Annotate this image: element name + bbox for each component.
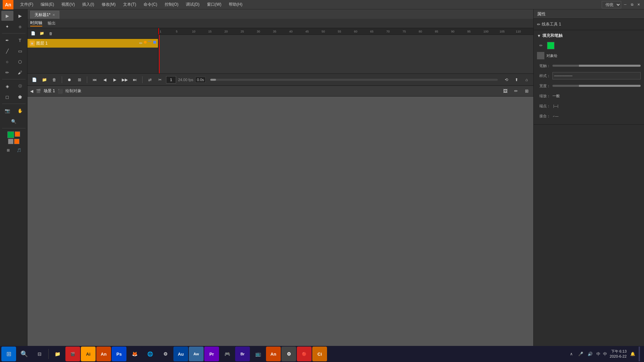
zoom-in-btn[interactable]: ⟲ xyxy=(502,76,511,84)
menu-insert[interactable]: 插入(I) xyxy=(79,0,97,9)
taskbar-app-media[interactable]: 📺 xyxy=(251,347,265,361)
menu-view[interactable]: 视图(V) xyxy=(58,0,78,9)
fit-btn[interactable]: ⌂ xyxy=(523,76,531,84)
tool-subselect[interactable]: ▶ xyxy=(14,11,26,21)
output-tab[interactable]: 输出 xyxy=(48,20,56,26)
layer-pencil-icon[interactable]: ✏ xyxy=(139,41,143,46)
taskbar-app-ci[interactable]: Ci xyxy=(312,347,327,361)
taskview-button[interactable]: ⊟ xyxy=(32,347,47,361)
tool-camera[interactable]: 📷 xyxy=(1,106,13,116)
tool-pencil[interactable]: ✏ xyxy=(1,67,13,77)
tool-eraser[interactable]: ◻ xyxy=(1,92,13,102)
menu-window[interactable]: 窗口(W) xyxy=(204,0,225,9)
taskbar-app-photoshop[interactable]: Ps xyxy=(112,347,126,361)
tool-eyedropper[interactable]: ⦾ xyxy=(14,81,26,91)
layer-visibility-dot[interactable] xyxy=(144,41,147,44)
onion-skin-btn[interactable]: ⊞ xyxy=(75,76,84,84)
zoom-out-btn[interactable]: ⬆ xyxy=(513,76,521,84)
stroke-slider[interactable] xyxy=(552,65,641,67)
play-btn[interactable]: ▶ xyxy=(111,76,119,84)
tool-paint-bucket[interactable]: ◈ xyxy=(1,81,13,91)
join-icon[interactable]: ⌐— xyxy=(552,113,559,119)
tab-close-button[interactable]: ✕ xyxy=(52,13,55,17)
layer-frame-marker[interactable] xyxy=(153,41,156,44)
timeline-tab[interactable]: 时间轴 xyxy=(30,20,42,26)
notification-icon[interactable]: 🔔 xyxy=(629,351,636,357)
taskbar-app-settings2[interactable]: ⚙ xyxy=(281,347,296,361)
start-button[interactable]: ⊞ xyxy=(1,347,16,361)
object-fill-swatch[interactable] xyxy=(537,52,544,59)
search-button[interactable]: 🔍 xyxy=(17,347,32,361)
menu-edit[interactable]: 编辑(E) xyxy=(37,0,57,9)
taskbar-app-an-old[interactable]: 🎬 xyxy=(65,347,80,361)
tool-oval[interactable]: ○ xyxy=(1,57,13,67)
taskbar-app-browser[interactable]: 🌐 xyxy=(143,347,157,361)
taskbar-app-bridge[interactable]: Br xyxy=(235,347,250,361)
menu-file[interactable]: 文件(F) xyxy=(17,0,37,9)
stage-icon-3[interactable]: ⊞ xyxy=(523,87,531,95)
tool-brush[interactable]: 🖌 xyxy=(14,67,26,77)
endpoint-icon[interactable]: |—| xyxy=(552,103,559,109)
new-layer-btn[interactable]: 📄 xyxy=(30,30,37,37)
tool-hand[interactable]: ✋ xyxy=(14,106,26,116)
tool-poly[interactable]: ⬡ xyxy=(14,57,26,67)
clip-btn[interactable]: ✂ xyxy=(156,76,164,84)
stroke-color-box[interactable] xyxy=(7,131,14,138)
menu-help[interactable]: 帮助(H) xyxy=(225,0,246,9)
width-slider[interactable] xyxy=(552,85,641,87)
layer-name[interactable]: 图层 1 xyxy=(36,41,138,46)
stroke-color-box2[interactable] xyxy=(8,139,13,144)
tool-zoom[interactable]: 🔍 xyxy=(8,116,20,126)
style-select[interactable]: ─────── xyxy=(552,72,641,79)
workspace-select[interactable]: 传统 xyxy=(602,1,621,8)
tool-magnet[interactable]: 🎵 xyxy=(14,146,24,154)
frame-input[interactable] xyxy=(166,76,176,83)
scene-name[interactable]: 场景 1 xyxy=(44,88,55,94)
menu-command[interactable]: 命令(C) xyxy=(140,0,161,9)
document-tab[interactable]: 无标题1* ✕ xyxy=(30,11,59,19)
tool-transform[interactable]: ✦ xyxy=(1,21,13,32)
step-fwd-btn[interactable]: ▶▶ xyxy=(121,76,129,84)
menu-control[interactable]: 控制(O) xyxy=(161,0,182,9)
taskbar-app-premiere[interactable]: Pr xyxy=(204,347,219,361)
new-layer-pb[interactable]: 📄 xyxy=(30,76,38,84)
tool-rect[interactable]: ▭ xyxy=(14,46,26,56)
tool-text[interactable]: T xyxy=(14,35,26,45)
fill-stroke-header[interactable]: ▼ 填充和笔触 xyxy=(537,33,641,39)
step-back-btn[interactable]: ◀ xyxy=(101,76,109,84)
delete-layer-btn[interactable]: 🗑 xyxy=(47,30,54,37)
tray-expand[interactable]: ∧ xyxy=(568,351,575,357)
taskbar-app-animate[interactable]: An xyxy=(96,347,111,361)
taskbar-app-aw[interactable]: Aw xyxy=(189,347,204,361)
tool-gradient[interactable]: ⬟ xyxy=(14,92,26,102)
progress-bar[interactable] xyxy=(210,79,498,81)
menu-modify[interactable]: 修改(M) xyxy=(98,0,119,9)
go-end-btn[interactable]: ⏭ xyxy=(131,76,139,84)
new-folder-btn[interactable]: 📁 xyxy=(38,30,46,37)
fill-pencil-icon[interactable]: ✏ xyxy=(537,42,545,50)
tool-snap[interactable]: ⊞ xyxy=(3,146,13,154)
ime-indicator[interactable]: 中 xyxy=(596,351,600,357)
taskbar-app-settings-icon[interactable]: ⚙ xyxy=(158,347,173,361)
taskbar-app-red[interactable]: 🔴 xyxy=(297,347,312,361)
tray-mic[interactable]: 🎤 xyxy=(578,351,584,357)
taskbar-app-audition[interactable]: Au xyxy=(173,347,188,361)
tool-lasso[interactable]: ⌾ xyxy=(14,21,26,32)
stage-icon-1[interactable]: 🖼 xyxy=(501,87,509,95)
fill-color-box2[interactable] xyxy=(14,139,19,144)
tray-speaker[interactable]: 🔊 xyxy=(587,351,594,357)
tool-select[interactable]: ▶ xyxy=(1,11,13,21)
tool-pen[interactable]: ✒ xyxy=(1,35,13,45)
show-desktop-btn[interactable] xyxy=(639,347,640,361)
taskbar-app-animate2[interactable]: An xyxy=(266,347,281,361)
close-button[interactable]: ✕ xyxy=(636,2,641,7)
taskbar-app-illustrator[interactable]: Ai xyxy=(81,347,96,361)
taskbar-app-game[interactable]: 🎮 xyxy=(220,347,234,361)
taskbar-app-explorer[interactable]: 📁 xyxy=(50,347,65,361)
menu-debug[interactable]: 调试(D) xyxy=(182,0,203,9)
minimize-button[interactable]: ─ xyxy=(623,2,628,7)
record-btn[interactable]: ⏺ xyxy=(65,76,73,84)
restore-button[interactable]: ⧉ xyxy=(629,2,635,7)
delete-pb[interactable]: 🗑 xyxy=(50,76,58,84)
breadcrumb-back[interactable]: ◀ xyxy=(30,89,33,94)
